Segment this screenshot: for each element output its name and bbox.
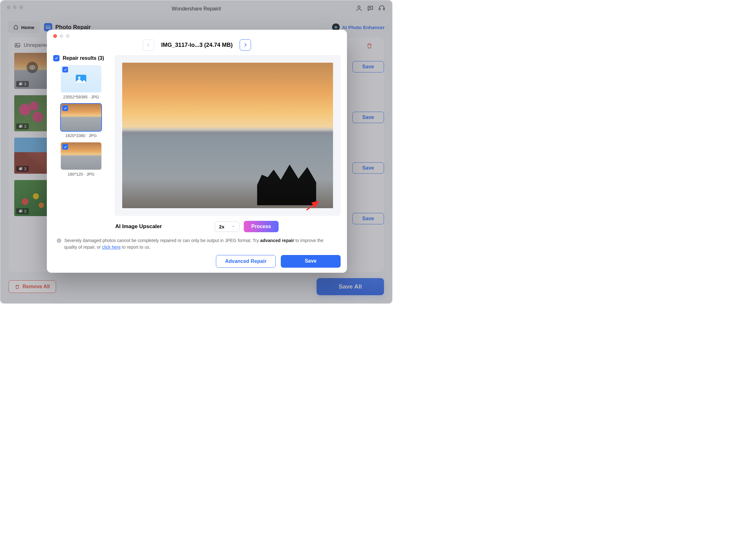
select-all-checkbox[interactable] <box>53 55 59 61</box>
chevron-left-icon <box>146 42 151 47</box>
prev-file-button[interactable] <box>143 39 154 51</box>
upscaler-row: AI Image Upscaler 2x Process <box>53 221 340 232</box>
modal-close-dot[interactable] <box>53 34 57 38</box>
note-content: Severely damaged photos cannot be comple… <box>64 237 337 251</box>
result-checkbox[interactable] <box>62 105 68 111</box>
result-item[interactable]: 160*120 · JPG <box>61 142 101 177</box>
upscaler-label: AI Image Upscaler <box>115 223 162 230</box>
results-heading[interactable]: Repair results (3) <box>53 55 109 61</box>
repair-results-modal: IMG_3117-lo...3 (24.74 MB) Repair result… <box>47 30 347 273</box>
modal-traffic-lights <box>53 34 340 38</box>
result-caption: 23552*59395 · JPG <box>61 95 101 99</box>
result-item[interactable]: 1620*1080 · JPG <box>61 104 101 138</box>
svg-rect-23 <box>59 240 59 242</box>
svg-point-21 <box>78 77 80 79</box>
result-thumb[interactable] <box>61 104 101 131</box>
result-thumb[interactable] <box>61 65 101 92</box>
process-label: Process <box>251 224 271 229</box>
svg-point-24 <box>59 239 59 240</box>
file-title: IMG_3117-lo...3 (24.74 MB) <box>161 42 233 48</box>
results-list: 23552*59395 · JPG 1620*1080 · JPG 160*12… <box>53 65 109 177</box>
modal-footer: Advanced Repair Save <box>53 255 340 268</box>
results-heading-label: Repair results (3) <box>63 55 104 61</box>
result-caption: 1620*1080 · JPG <box>61 133 101 138</box>
preview-area <box>115 55 340 216</box>
scale-value: 2x <box>219 224 224 229</box>
result-checkbox[interactable] <box>62 67 68 72</box>
advanced-repair-text: advanced repair <box>260 238 294 243</box>
chevron-down-icon <box>231 225 235 228</box>
report-link[interactable]: click here <box>102 245 121 250</box>
chevron-right-icon <box>243 42 248 47</box>
next-file-button[interactable] <box>240 39 251 51</box>
modal-zoom-dot <box>66 34 70 38</box>
modal-header: IMG_3117-lo...3 (24.74 MB) <box>53 39 340 51</box>
image-placeholder-icon <box>74 72 88 86</box>
result-caption: 160*120 · JPG <box>61 172 101 177</box>
results-sidebar: Repair results (3) 23552*59395 · JPG 162… <box>53 55 109 216</box>
result-item[interactable]: 23552*59395 · JPG <box>61 65 101 99</box>
process-button[interactable]: Process <box>244 221 278 232</box>
modal-save-button[interactable]: Save <box>281 255 340 268</box>
preview-image <box>122 63 333 208</box>
advanced-repair-button[interactable]: Advanced Repair <box>216 255 276 268</box>
info-icon <box>56 238 62 243</box>
result-checkbox[interactable] <box>62 144 68 150</box>
scale-select[interactable]: 2x <box>215 221 239 232</box>
result-thumb[interactable] <box>61 142 101 170</box>
modal-minimize-dot <box>59 34 63 38</box>
note-text: Severely damaged photos cannot be comple… <box>53 237 340 251</box>
